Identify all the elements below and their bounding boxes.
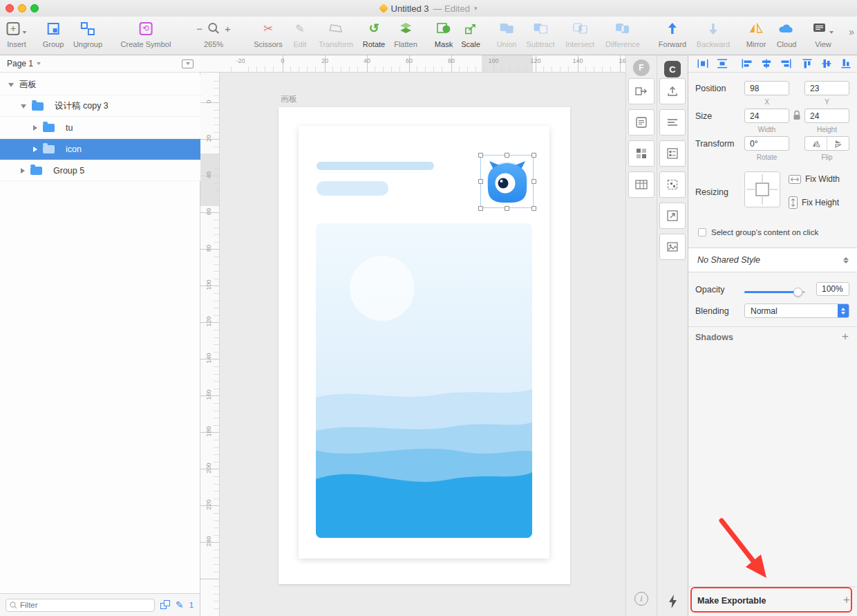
opacity-field[interactable]	[816, 282, 849, 296]
transform-button: Transform	[319, 19, 353, 48]
flatten-button[interactable]: Flatten	[394, 19, 417, 48]
table-button[interactable]	[628, 171, 654, 198]
disclosure-closed-icon[interactable]	[33, 147, 37, 152]
align-right-icon[interactable]	[780, 59, 791, 68]
spec-list-icon	[636, 117, 647, 128]
selection-handle-sw[interactable]	[478, 206, 483, 211]
layer-row-design-copy[interactable]: 设计稿 copy 3	[0, 96, 200, 117]
selection-handle-nw[interactable]	[478, 153, 483, 158]
flip-control[interactable]	[804, 136, 849, 151]
placeholder-bar-2[interactable]	[317, 181, 388, 196]
position-y-field[interactable]	[804, 81, 849, 95]
layers-sidebar: Page 1 画板 设计稿 copy 3 tu icon Group 5	[0, 55, 200, 593]
flip-vertical-button[interactable]	[827, 137, 849, 150]
inspector-panel: Position X Y Size Width Height Transform…	[688, 55, 857, 616]
ungroup-button[interactable]: Ungroup	[73, 19, 102, 48]
fix-height-toggle[interactable]: Fix Height	[789, 196, 839, 209]
page-selector[interactable]: Page 1	[0, 55, 200, 73]
spec-list-button[interactable]	[628, 109, 654, 136]
flip-horizontal-button[interactable]	[805, 137, 827, 150]
page-list-toggle-icon[interactable]	[182, 59, 194, 68]
position-x-field[interactable]	[744, 81, 789, 95]
rotate-field[interactable]	[744, 136, 789, 151]
pages-panel-icon[interactable]	[160, 600, 170, 610]
shared-style-dropdown[interactable]: No Shared Style	[688, 248, 857, 272]
measure-button[interactable]	[659, 203, 686, 229]
opacity-slider-knob[interactable]	[793, 288, 802, 297]
title-chevron-icon[interactable]: ▾	[474, 5, 478, 12]
height-sublabel: Height	[804, 126, 849, 133]
selection-handle-n[interactable]	[505, 153, 509, 158]
align-bottom-icon[interactable]	[841, 59, 852, 68]
layer-row-artboard[interactable]: 画板	[0, 75, 200, 95]
width-field[interactable]	[744, 109, 789, 123]
selection-handle-se[interactable]	[531, 206, 536, 211]
lock-ratio-icon[interactable]	[793, 110, 801, 120]
image-button[interactable]	[659, 234, 686, 260]
plugin-lightning-button[interactable]	[659, 590, 686, 613]
selection-handle-ne[interactable]	[531, 153, 536, 158]
grid-button[interactable]	[628, 140, 654, 167]
selection-handle-e[interactable]	[531, 179, 536, 184]
zoom-in-button[interactable]: +	[221, 23, 234, 35]
group-button[interactable]: Group	[43, 19, 64, 48]
text-lines-button[interactable]	[659, 109, 686, 136]
filter-field[interactable]	[6, 599, 155, 612]
distribute-vertically-icon[interactable]	[717, 59, 728, 68]
view-icon	[813, 23, 827, 34]
forward-button[interactable]: Forward	[659, 19, 686, 48]
selection-handle-w[interactable]	[478, 179, 483, 184]
toolbar-overflow-icon[interactable]: »	[849, 26, 853, 37]
hero-illustration[interactable]	[316, 223, 532, 538]
plugin-f-badge[interactable]: F	[633, 59, 650, 76]
distribute-horizontally-icon[interactable]	[697, 59, 708, 68]
view-button[interactable]: View	[813, 19, 834, 48]
zoom-out-button[interactable]: −	[193, 23, 206, 35]
vertical-ruler[interactable]: 0 20 40 60 80 100 120 140 160 180 200 22…	[200, 73, 220, 616]
plugin-c-badge[interactable]: C	[664, 61, 681, 77]
insert-button[interactable]: + Insert	[7, 19, 27, 48]
artboard-title[interactable]: 画板	[281, 93, 297, 105]
selection-handle-s[interactable]	[505, 206, 509, 211]
measure-icon	[667, 210, 678, 221]
group-content-checkbox[interactable]	[698, 228, 706, 236]
placeholder-bar-1[interactable]	[317, 162, 434, 170]
cloud-button[interactable]: Cloud	[777, 19, 797, 48]
group-content-label: Select group’s content on click	[711, 228, 818, 236]
editing-pencil-icon[interactable]: ✎	[176, 599, 184, 610]
horizontal-ruler[interactable]: -20 0 20 40 60 80 100 120 140 160	[220, 55, 625, 73]
align-center-horizontal-icon[interactable]	[761, 59, 772, 68]
info-button[interactable]: i	[634, 592, 648, 606]
layer-row-tu[interactable]: tu	[0, 118, 200, 138]
slice-button[interactable]	[659, 171, 686, 198]
waves-illustration	[316, 223, 532, 538]
disclosure-closed-icon[interactable]	[21, 168, 25, 174]
opacity-slider-fill	[744, 291, 798, 293]
resizing-pin-widget[interactable]	[744, 171, 780, 207]
scale-button[interactable]: Scale	[461, 19, 480, 48]
layer-row-icon-selected[interactable]: icon	[0, 139, 200, 160]
checklist-button[interactable]	[659, 140, 686, 167]
upload-button[interactable]	[659, 78, 686, 104]
scissors-button[interactable]: ✂ Scissors	[254, 19, 283, 48]
fix-width-toggle[interactable]: Fix Width	[789, 174, 840, 184]
add-shadow-button[interactable]: +	[842, 330, 849, 342]
disclosure-closed-icon[interactable]	[33, 125, 37, 131]
align-top-icon[interactable]	[802, 59, 813, 68]
disclosure-open-icon[interactable]	[8, 83, 14, 87]
export-artboard-button[interactable]	[628, 78, 654, 104]
edit-count-badge: 1	[189, 601, 194, 609]
disclosure-open-icon[interactable]	[21, 104, 26, 109]
height-field[interactable]	[804, 109, 849, 123]
align-middle-vertical-icon[interactable]	[822, 59, 833, 68]
mirror-button[interactable]: Mirror	[746, 19, 766, 48]
filter-input[interactable]	[20, 601, 124, 609]
create-symbol-button[interactable]: ⟲ Create Symbol	[121, 19, 171, 48]
align-left-icon[interactable]	[742, 59, 753, 68]
mask-button[interactable]: Mask	[435, 19, 453, 48]
zoom-control: − + 265%	[193, 19, 234, 48]
blending-dropdown[interactable]: Normal	[744, 304, 849, 318]
rotate-button[interactable]: ↺ Rotate	[363, 19, 385, 48]
canvas[interactable]: 画板	[220, 73, 625, 616]
layer-row-group5[interactable]: Group 5	[0, 160, 200, 181]
